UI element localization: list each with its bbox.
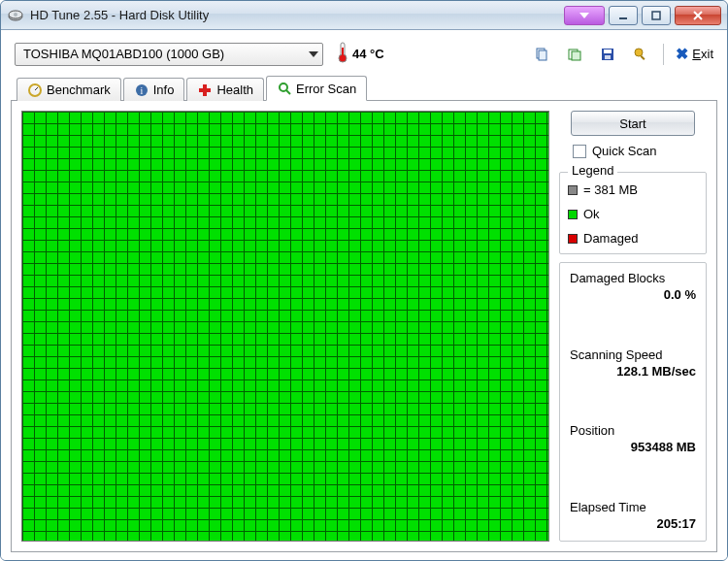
tab-bar: Benchmark i Info Health Error Scan [11,76,717,101]
magnifier-icon [277,81,292,96]
thermometer-icon [337,42,348,66]
stat-scanning-speed-label: Scanning Speed [570,347,696,362]
exit-label: Exit [692,47,713,61]
stats-box: Damaged Blocks 0.0 % Scanning Speed 128.… [559,262,707,542]
legend-damaged-label: Damaged [583,231,638,246]
quick-scan-label: Quick Scan [592,144,656,158]
scan-map-grid [22,112,548,541]
stat-scanning-speed-value: 128.1 MB/sec [570,364,696,379]
stat-damaged-blocks-label: Damaged Blocks [570,271,696,285]
maximize-button[interactable] [642,6,671,25]
chevron-down-icon [309,51,318,57]
tab-health[interactable]: Health [186,78,264,101]
options-button[interactable] [630,44,651,65]
stat-elapsed-time: Elapsed Time 205:17 [570,500,696,531]
tab-error-scan-label: Error Scan [296,82,356,96]
tab-info-label: Info [153,82,175,97]
toolbar: ✖ Exit [531,44,713,65]
legend-unscanned-swatch [568,185,578,195]
window-title: HD Tune 2.55 - Hard Disk Utility [30,8,564,22]
stat-elapsed-time-value: 205:17 [570,516,696,531]
scan-block-map [21,111,549,542]
svg-rect-11 [572,51,580,60]
stat-position-label: Position [570,423,696,438]
start-button-label: Start [619,116,645,131]
svg-rect-13 [604,50,612,53]
close-button[interactable] [675,6,721,25]
info-icon: i [134,82,149,98]
svg-rect-7 [342,48,344,58]
scan-side-panel: Start Quick Scan Legend = 381 MB Ok D [559,111,707,542]
svg-rect-22 [199,88,211,92]
exit-button[interactable]: ✖ Exit [676,45,713,63]
legend-ok-swatch [568,210,578,219]
svg-point-2 [14,13,17,16]
legend-damaged-swatch [568,234,578,244]
quick-scan-checkbox[interactable] [573,145,586,158]
stat-damaged-blocks: Damaged Blocks 0.0 % [570,271,696,302]
health-icon [197,82,213,98]
stat-scanning-speed: Scanning Speed 128.1 MB/sec [570,347,696,379]
legend-ok-label: Ok [583,207,600,221]
tab-benchmark[interactable]: Benchmark [17,78,121,101]
app-icon [7,7,24,24]
top-controls-row: TOSHIBA MQ01ABD100 (1000 GB) 44 °C [11,38,717,76]
copy-screenshot-button[interactable] [564,44,585,65]
start-button[interactable]: Start [571,111,695,136]
gauge-icon [27,82,43,98]
tab-benchmark-label: Benchmark [47,82,111,97]
exit-icon: ✖ [676,45,688,63]
tab-info[interactable]: i Info [123,78,185,101]
quick-scan-option[interactable]: Quick Scan [559,144,707,158]
copy-info-button[interactable] [531,44,552,65]
legend-blocksize-label: = 381 MB [583,182,638,197]
svg-line-24 [286,90,290,94]
svg-rect-16 [641,55,645,60]
svg-line-18 [35,87,38,90]
minimize-button[interactable] [609,6,638,25]
legend-box: Legend = 381 MB Ok Damaged [559,172,707,254]
stat-elapsed-time-label: Elapsed Time [570,500,696,514]
drive-select[interactable]: TOSHIBA MQ01ABD100 (1000 GB) [15,43,323,66]
svg-point-15 [635,49,643,56]
toolbar-separator [663,44,664,65]
stat-position-value: 953488 MB [570,440,696,454]
tab-error-scan[interactable]: Error Scan [266,76,367,101]
error-scan-panel: Start Quick Scan Legend = 381 MB Ok D [11,101,717,552]
stat-position: Position 953488 MB [570,423,696,454]
temperature-value: 44 °C [352,47,384,61]
save-button[interactable] [597,44,618,65]
temperature-readout: 44 °C [337,42,384,66]
tab-health-label: Health [216,82,253,97]
svg-rect-4 [652,12,660,19]
drive-select-value: TOSHIBA MQ01ABD100 (1000 GB) [23,47,224,61]
extra-window-button[interactable] [564,6,605,25]
svg-rect-14 [605,55,611,59]
svg-rect-9 [539,50,546,60]
svg-point-23 [280,83,287,91]
window-titlebar: HD Tune 2.55 - Hard Disk Utility [1,1,727,30]
stat-damaged-blocks-value: 0.0 % [570,287,696,302]
svg-text:i: i [140,85,143,96]
legend-title: Legend [568,163,617,178]
